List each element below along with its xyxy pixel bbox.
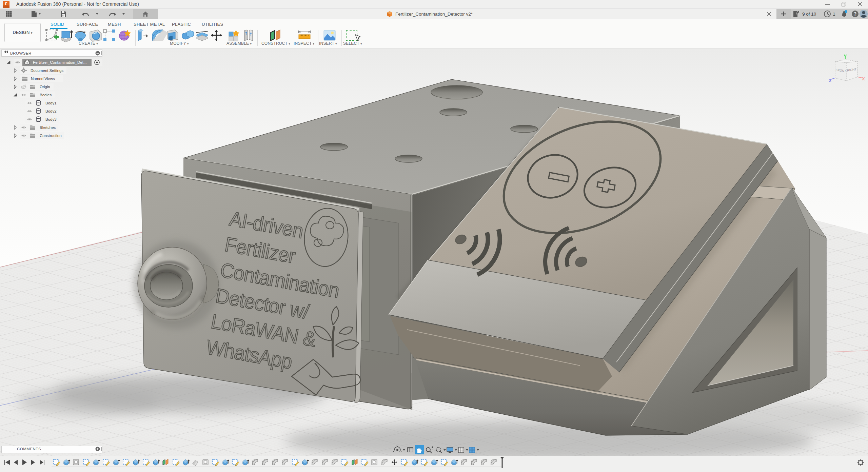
svg-text:Sketches: Sketches bbox=[40, 125, 56, 130]
svg-text:9 of 10: 9 of 10 bbox=[802, 12, 816, 17]
svg-text:Named Views: Named Views bbox=[31, 77, 55, 81]
svg-text:Z: Z bbox=[829, 78, 831, 83]
svg-text:Origin: Origin bbox=[40, 85, 50, 89]
svg-text:X: X bbox=[862, 76, 865, 81]
svg-text:Document Settings: Document Settings bbox=[31, 68, 63, 73]
svg-text:Construction: Construction bbox=[40, 134, 62, 138]
svg-text:1: 1 bbox=[833, 12, 835, 17]
svg-text:Fertilizer_Contamination_Detec: Fertilizer_Contamination_Detector v2* bbox=[395, 12, 473, 17]
svg-text:Body1: Body1 bbox=[45, 101, 57, 105]
svg-text:Fertilizer_Contamination_Det..: Fertilizer_Contamination_Det... bbox=[33, 60, 87, 64]
svg-text:Bodies: Bodies bbox=[40, 93, 52, 97]
svg-text:Body2: Body2 bbox=[45, 109, 57, 113]
svg-text:?: ? bbox=[854, 11, 857, 17]
svg-text:Body3: Body3 bbox=[45, 117, 57, 121]
